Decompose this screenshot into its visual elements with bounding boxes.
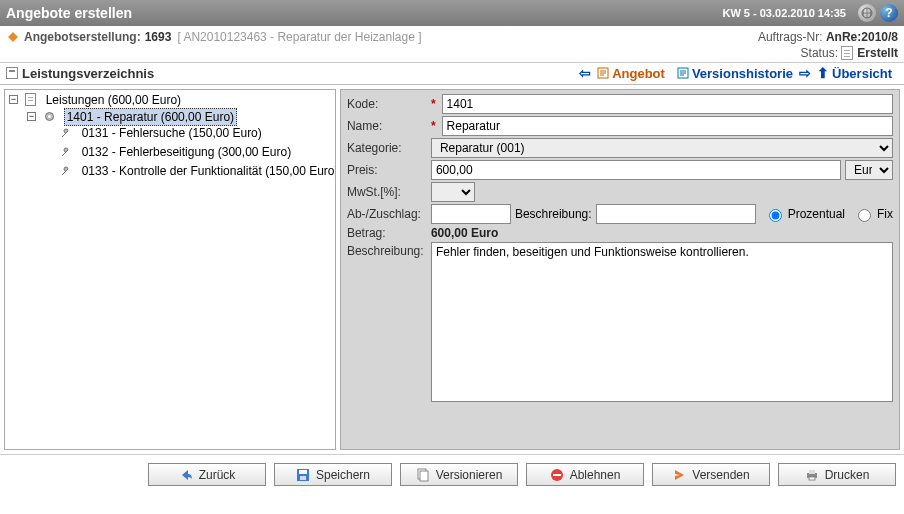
section-title: Leistungsverzeichnis	[22, 66, 154, 81]
textarea-beschreibung[interactable]	[431, 242, 893, 402]
required-marker: *	[431, 119, 436, 133]
angebots-ref: [ AN2010123463 - Reparatur der Heizanlag…	[177, 30, 421, 44]
arrow-left-icon[interactable]: ⇦	[579, 65, 591, 81]
svg-rect-13	[809, 470, 815, 474]
send-icon	[672, 468, 686, 482]
svg-point-4	[48, 115, 51, 118]
back-icon	[179, 468, 193, 482]
wrench-icon	[59, 127, 72, 140]
tree-node-0132[interactable]: 0132 - Fehlerbeseitigung (300,00 Euro)	[80, 144, 293, 160]
save-icon	[296, 468, 310, 482]
button-speichern[interactable]: Speichern	[274, 463, 392, 486]
link-angebot[interactable]: Angebot	[597, 66, 665, 81]
svg-rect-9	[420, 471, 428, 481]
input-name[interactable]	[442, 116, 893, 136]
radio-prozentual[interactable]: Prozentual	[764, 206, 845, 222]
status-value: Erstellt	[857, 46, 898, 60]
link-uebersicht[interactable]: ⬆ Übersicht	[817, 65, 892, 81]
label-beschreibung-inline: Beschreibung:	[515, 207, 592, 221]
tree-toggle[interactable]: −	[9, 95, 18, 104]
titlebar: Angebote erstellen KW 5 - 03.02.2010 14:…	[0, 0, 904, 26]
select-mwst[interactable]	[431, 182, 475, 202]
auftrag-label: Auftrags-Nr:	[758, 30, 823, 44]
wrench-icon	[59, 165, 72, 178]
list-icon	[6, 67, 18, 79]
tree-node-0131[interactable]: 0131 - Fehlersuche (150,00 Euro)	[80, 125, 264, 141]
button-versenden[interactable]: Versenden	[652, 463, 770, 486]
angebots-id: 1693	[145, 30, 172, 44]
page-icon	[25, 93, 36, 106]
reject-icon	[550, 468, 564, 482]
document-icon	[841, 46, 853, 60]
clock-text: KW 5 - 03.02.2010 14:35	[722, 7, 846, 19]
tree-root[interactable]: Leistungen (600,00 Euro)	[44, 92, 183, 108]
button-bar: Zurück Speichern Versionieren Ablehnen V…	[0, 455, 904, 496]
label-name: Name:	[347, 119, 427, 133]
auftrag-value: AnRe:2010/8	[826, 30, 898, 44]
label-betrag: Betrag:	[347, 226, 427, 240]
offer-icon	[6, 30, 20, 44]
app-title: Angebote erstellen	[6, 5, 132, 21]
section-header: Leistungsverzeichnis ⇦ Angebot Versionsh…	[0, 63, 904, 85]
radio-fix[interactable]: Fix	[853, 206, 893, 222]
label-kode: Kode:	[347, 97, 427, 111]
svg-rect-14	[809, 477, 815, 480]
betrag-value: 600,00 Euro	[431, 226, 498, 240]
input-preis[interactable]	[431, 160, 841, 180]
button-drucken[interactable]: Drucken	[778, 463, 896, 486]
label-mwst: MwSt.[%]:	[347, 185, 427, 199]
wrench-icon	[59, 146, 72, 159]
label-beschreibung: Beschreibung:	[347, 242, 427, 258]
content: − Leistungen (600,00 Euro) − 1401 - Repa…	[0, 85, 904, 455]
svg-rect-11	[553, 474, 561, 476]
tree-node-1401[interactable]: 1401 - Reparatur (600,00 Euro)	[64, 108, 237, 126]
tree-panel: − Leistungen (600,00 Euro) − 1401 - Repa…	[4, 89, 336, 450]
input-beschreibung-inline[interactable]	[596, 204, 756, 224]
input-abzuschlag[interactable]	[431, 204, 511, 224]
svg-rect-7	[300, 476, 306, 480]
print-icon	[805, 468, 819, 482]
label-abzuschlag: Ab-/Zuschlag:	[347, 207, 427, 221]
status-label: Status:	[801, 46, 838, 60]
button-versionieren[interactable]: Versionieren	[400, 463, 518, 486]
help-icon[interactable]: ?	[880, 4, 898, 22]
version-icon	[416, 468, 430, 482]
subheader: Angebotserstellung: 1693 [ AN2010123463 …	[0, 26, 904, 63]
button-zurueck[interactable]: Zurück	[148, 463, 266, 486]
form-panel: Kode: * Name: * Kategorie: Reparatur (00…	[340, 89, 900, 450]
svg-rect-6	[299, 470, 307, 474]
arrow-up-icon: ⬆	[817, 65, 829, 81]
select-kategorie[interactable]: Reparatur (001)	[431, 138, 893, 158]
input-kode[interactable]	[442, 94, 893, 114]
globe-icon[interactable]	[858, 4, 876, 22]
radio-fix-input[interactable]	[858, 209, 871, 222]
arrow-right-icon[interactable]: ⇨	[799, 65, 811, 81]
button-ablehnen[interactable]: Ablehnen	[526, 463, 644, 486]
gear-icon	[43, 110, 56, 123]
tree-toggle[interactable]: −	[27, 112, 36, 121]
label-preis: Preis:	[347, 163, 427, 177]
tree-node-0133[interactable]: 0133 - Kontrolle der Funktionalität (150…	[80, 163, 336, 179]
required-marker: *	[431, 97, 436, 111]
radio-prozentual-input[interactable]	[769, 209, 782, 222]
link-versionshistorie[interactable]: Versionshistorie	[677, 66, 793, 81]
label-kategorie: Kategorie:	[347, 141, 427, 155]
angebots-label: Angebotserstellung:	[24, 30, 141, 44]
select-preis-unit[interactable]: Euro	[845, 160, 893, 180]
